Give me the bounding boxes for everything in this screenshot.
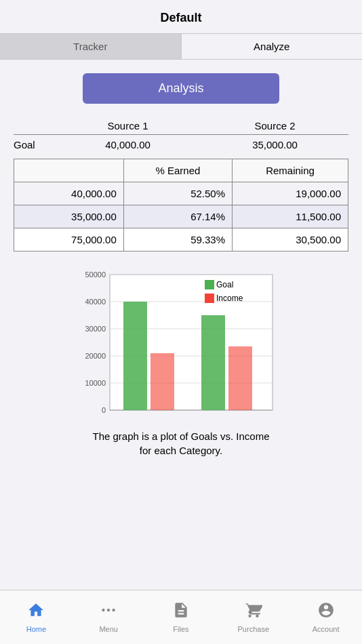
- cell-0-1: 52.50%: [123, 182, 232, 205]
- header: Default: [0, 0, 362, 34]
- svg-rect-17: [205, 280, 214, 289]
- cell-2-0: 75,000.00: [14, 228, 124, 251]
- tab-files[interactable]: Files: [154, 601, 208, 633]
- col-header-0: [14, 159, 124, 182]
- tab-tracker[interactable]: Tracker: [0, 34, 182, 59]
- tab-account-label: Account: [313, 625, 340, 633]
- tab-account[interactable]: Account: [299, 601, 353, 633]
- svg-rect-14: [150, 353, 174, 410]
- bar-chart: 50000 40000 30000 20000 10000 0 Goal Inc…: [76, 268, 286, 424]
- svg-text:40000: 40000: [85, 298, 106, 306]
- page-title: Default: [160, 11, 201, 24]
- source1-label: Source 1: [54, 120, 201, 132]
- svg-text:30000: 30000: [85, 325, 106, 333]
- table-row: 40,000.00 52.50% 19,000.00: [14, 182, 348, 205]
- tab-home[interactable]: Home: [9, 601, 63, 633]
- svg-rect-15: [201, 315, 225, 410]
- account-icon: [317, 601, 335, 624]
- svg-point-22: [107, 609, 110, 611]
- chart-container: 50000 40000 30000 20000 10000 0 Goal Inc…: [14, 268, 348, 458]
- cell-0-0: 40,000.00: [14, 182, 124, 205]
- svg-rect-13: [123, 302, 147, 410]
- svg-point-23: [113, 609, 115, 611]
- data-table: % Earned Remaining 40,000.00 52.50% 19,0…: [14, 159, 348, 251]
- tab-analyze[interactable]: Analyze: [182, 34, 363, 59]
- svg-text:Goal: Goal: [216, 280, 233, 289]
- home-icon: [27, 601, 45, 624]
- cell-1-0: 35,000.00: [14, 205, 124, 228]
- source-labels-row: Source 1 Source 2: [54, 120, 348, 132]
- svg-rect-16: [228, 346, 252, 410]
- cell-0-2: 19,000.00: [233, 182, 348, 205]
- col-header-1: % Earned: [123, 159, 232, 182]
- cell-1-1: 67.14%: [123, 205, 232, 228]
- cell-2-2: 30,500.00: [233, 228, 348, 251]
- chart-caption: The graph is a plot of Goals vs. Income …: [93, 429, 270, 458]
- col-header-2: Remaining: [233, 159, 348, 182]
- svg-text:10000: 10000: [85, 379, 106, 387]
- main-content: Analysis Source 1 Source 2 Goal 40,000.0…: [0, 60, 362, 529]
- tab-purchase[interactable]: Purchase: [226, 601, 281, 633]
- source2-label: Source 2: [201, 120, 348, 132]
- goal-val1: 40,000.00: [54, 139, 201, 150]
- tab-menu-label: Menu: [99, 625, 118, 633]
- svg-text:50000: 50000: [85, 270, 106, 279]
- tab-bar: Home Menu Files Purchase Account: [0, 590, 362, 644]
- files-icon: [172, 601, 190, 624]
- tab-menu[interactable]: Menu: [81, 601, 136, 633]
- tab-home-label: Home: [26, 625, 46, 633]
- analysis-button[interactable]: Analysis: [83, 73, 279, 104]
- svg-point-21: [102, 609, 104, 611]
- segmented-control: Tracker Analyze: [0, 34, 362, 60]
- table-row: 75,000.00 59.33% 30,500.00: [14, 228, 348, 251]
- purchase-icon: [245, 601, 262, 624]
- svg-text:0: 0: [102, 406, 106, 414]
- svg-text:Income: Income: [216, 294, 243, 303]
- tab-purchase-label: Purchase: [238, 625, 269, 633]
- svg-text:20000: 20000: [85, 352, 106, 360]
- svg-rect-19: [205, 294, 214, 303]
- cell-1-2: 11,500.00: [233, 205, 348, 228]
- goal-row: Goal 40,000.00 35,000.00: [14, 134, 348, 159]
- tab-files-label: Files: [173, 625, 188, 633]
- cell-2-1: 59.33%: [123, 228, 232, 251]
- menu-icon: [100, 601, 117, 624]
- goal-label: Goal: [14, 139, 54, 150]
- goal-val2: 35,000.00: [201, 139, 348, 150]
- table-row: 35,000.00 67.14% 11,500.00: [14, 205, 348, 228]
